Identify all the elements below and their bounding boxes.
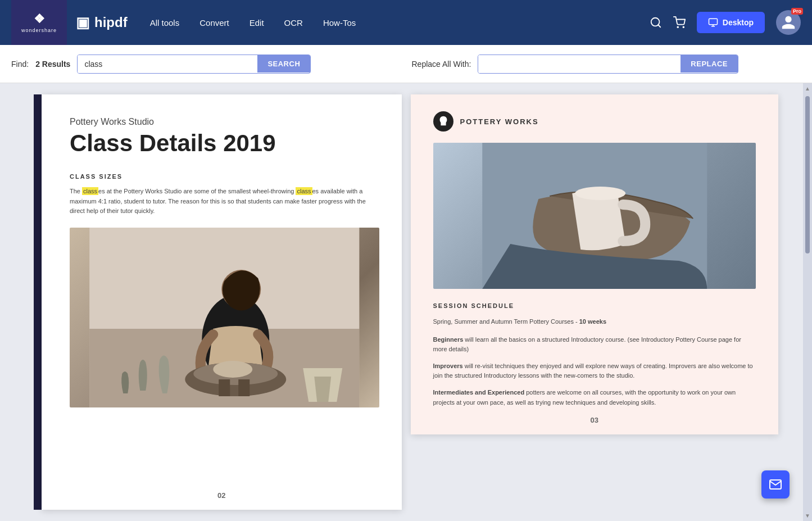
session-intermediates: Intermediates and Experienced potters ar… [433, 388, 756, 407]
svg-rect-16 [238, 379, 250, 396]
find-result: 2 Results [35, 60, 70, 69]
scroll-down-arrow[interactable]: ▼ [805, 510, 810, 521]
nav-right: Desktop Pro [650, 10, 801, 35]
page-number-right: 03 [591, 416, 598, 424]
find-label: Find: [11, 60, 29, 69]
intermediates-label: Intermediates and Experienced [433, 389, 525, 396]
find-section: Find: 2 Results SEARCH [11, 55, 401, 74]
page-subtitle: Pottery Works Studio [70, 117, 379, 127]
replace-btn[interactable]: REPLACE [681, 55, 738, 73]
body-text-2: es at the Pottery Works Studio are some … [98, 188, 296, 194]
ws-label: wondershare [21, 28, 57, 33]
search-button[interactable] [650, 16, 662, 29]
svg-point-14 [213, 361, 252, 378]
nav-all-tools[interactable]: All tools [150, 18, 180, 28]
body-text: The classes at the Pottery Works Studio … [70, 187, 379, 216]
scroll-up-arrow[interactable]: ▲ [805, 83, 810, 94]
improvers-text: will re-visit techniques they enjoyed an… [433, 363, 753, 379]
session-improvers: Improvers will re-visit techniques they … [433, 361, 756, 381]
replace-input[interactable] [478, 55, 681, 73]
page-number-left: 02 [217, 491, 225, 500]
search-btn[interactable]: SEARCH [257, 55, 310, 73]
svg-line-1 [658, 25, 660, 27]
highlight-1: class [82, 187, 98, 195]
find-input[interactable] [78, 55, 257, 73]
replace-section: Replace All With: REPLACE [412, 55, 801, 74]
desktop-label: Desktop [723, 18, 754, 27]
replace-input-wrap: REPLACE [478, 55, 738, 74]
find-input-wrap: SEARCH [77, 55, 311, 74]
desktop-button[interactable]: Desktop [697, 12, 765, 33]
session-beginners: Beginners will learn all the basics on a… [433, 335, 756, 355]
left-page-wrap: Pottery Works Studio Class Details 2019 … [34, 94, 402, 510]
find-replace-bar: Find: 2 Results SEARCH Replace All With:… [0, 45, 812, 83]
pottery-brand-name: POTTERY WORKS [460, 117, 539, 126]
nav-ocr[interactable]: OCR [284, 18, 303, 28]
pottery-header: POTTERY WORKS [433, 111, 756, 132]
hipdf-logo: ▣ hipdf [76, 14, 128, 31]
nav-how-tos[interactable]: How-Tos [323, 18, 356, 28]
pdf-viewer: Pottery Works Studio Class Details 2019 … [0, 83, 812, 521]
hipdf-icon: ▣ [76, 14, 90, 31]
main-content: Pottery Works Studio Class Details 2019 … [0, 83, 812, 521]
body-text-1: The [70, 188, 82, 194]
pottery-logo [433, 111, 453, 132]
beginners-label: Beginners [433, 336, 464, 343]
nav-edit[interactable]: Edit [250, 18, 264, 28]
svg-rect-15 [219, 379, 230, 396]
session-heading: SESSION SCHEDULE [433, 302, 756, 309]
cart-button[interactable] [673, 16, 686, 29]
svg-point-3 [683, 26, 684, 28]
highlight-2: class [296, 187, 312, 195]
section-heading: CLASS SIZES [70, 173, 379, 180]
scroll-thumb[interactable] [805, 96, 810, 253]
pottery-wheel-image [70, 228, 379, 407]
replace-label: Replace All With: [412, 60, 471, 69]
mug-image [433, 143, 756, 289]
svg-point-2 [677, 26, 678, 28]
spine-left [34, 94, 42, 510]
pro-badge: Pro [791, 8, 803, 15]
scrollbar[interactable]: ▲ ▼ [803, 83, 812, 521]
hipdf-text: hipdf [94, 15, 128, 30]
improvers-label: Improvers [433, 363, 463, 369]
svg-rect-4 [709, 19, 717, 25]
user-avatar[interactable]: Pro [776, 10, 801, 35]
beginners-text: will learn all the basics on a structure… [433, 336, 741, 353]
pages-container: Pottery Works Studio Class Details 2019 … [34, 94, 778, 510]
nav-links: All tools Convert Edit OCR How-Tos [150, 18, 650, 28]
svg-point-18 [575, 187, 625, 200]
nav-convert[interactable]: Convert [199, 18, 229, 28]
ws-icon: ❖ [34, 12, 45, 26]
page-title: Class Details 2019 [70, 130, 379, 156]
pdf-page-right: POTTERY WORKS [411, 94, 779, 434]
navbar: ❖ wondershare ▣ hipdf All tools Convert … [0, 0, 812, 45]
pdf-page-left: Pottery Works Studio Class Details 2019 … [42, 94, 402, 510]
right-page-wrap: POTTERY WORKS [411, 94, 779, 510]
wondershare-logo: ❖ wondershare [11, 0, 67, 45]
session-intro: Spring, Summer and Autumn Term Pottery C… [433, 317, 756, 327]
email-button[interactable] [761, 470, 790, 499]
